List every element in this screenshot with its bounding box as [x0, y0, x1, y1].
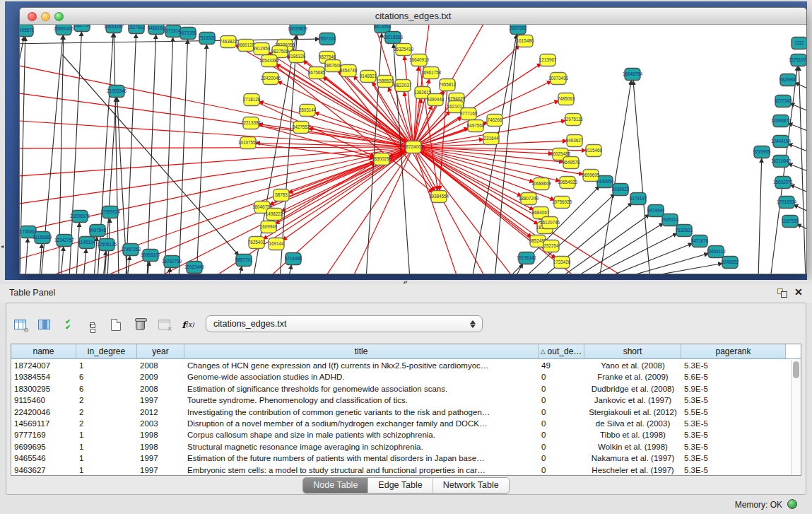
network-node[interactable]: 9329966: [779, 74, 797, 86]
table-row[interactable]: 1872400712008Changes of HCN gene express…: [11, 360, 791, 371]
network-node[interactable]: 11156869: [33, 232, 52, 244]
network-node[interactable]: 4671358: [180, 28, 197, 40]
network-window-titlebar[interactable]: citations_edges.txt: [20, 8, 806, 25]
network-node[interactable]: 9463627: [566, 135, 584, 147]
network-node[interactable]: 7625402: [248, 237, 266, 249]
column-header-out_de[interactable]: △out_de…: [539, 344, 584, 358]
network-node[interactable]: 7515526: [199, 33, 216, 45]
network-node[interactable]: 16782759: [162, 256, 182, 268]
network-node[interactable]: 746266: [487, 115, 502, 127]
table-mode-icon[interactable]: ⚙: [11, 316, 29, 333]
scrollbar-thumb[interactable]: [793, 361, 799, 378]
network-node[interactable]: 16325419: [394, 44, 414, 56]
table-row[interactable]: 977716911998Corpus callosum shape and si…: [11, 429, 791, 440]
float-panel-icon[interactable]: [777, 288, 788, 298]
network-node[interactable]: 2803144: [299, 105, 317, 117]
network-node[interactable]: 9474444: [647, 205, 665, 217]
network-node[interactable]: 19384554: [429, 191, 449, 203]
column-header-name[interactable]: name: [11, 344, 76, 358]
show-columns-icon[interactable]: [35, 316, 53, 333]
network-node[interactable]: 1213967: [539, 54, 557, 66]
network-node[interactable]: 9405571: [20, 25, 35, 37]
network-node[interactable]: 10107552: [238, 137, 259, 149]
network-node[interactable]: 18724007: [404, 141, 424, 153]
network-node[interactable]: 19136141: [517, 252, 537, 264]
network-node[interactable]: 8186328: [288, 51, 306, 63]
network-node[interactable]: 8938923: [612, 184, 630, 196]
network-node[interactable]: 9912954: [253, 43, 271, 55]
network-node[interactable]: 1167530: [782, 216, 799, 228]
network-node[interactable]: 252254: [543, 240, 559, 252]
network-node[interactable]: 16210643: [771, 156, 792, 168]
column-header-pagerank[interactable]: pagerank: [681, 344, 786, 358]
network-node[interactable]: 169144: [269, 238, 284, 250]
vertical-scrollbar[interactable]: [791, 360, 801, 475]
network-node[interactable]: 9097548: [89, 225, 107, 237]
network-node[interactable]: 9227343: [775, 95, 792, 107]
network-node[interactable]: 1733426: [553, 257, 571, 269]
network-node[interactable]: 2718126: [243, 94, 261, 106]
delete-column-icon[interactable]: [131, 316, 149, 333]
network-node[interactable]: 9390448: [427, 94, 445, 106]
memory-status-icon[interactable]: [787, 499, 797, 509]
network-node[interactable]: 1527602: [128, 25, 146, 34]
network-node[interactable]: 2687682: [510, 25, 527, 35]
network-node[interactable]: 19654923: [558, 177, 578, 189]
network-node[interactable]: 8427552: [293, 122, 310, 134]
network-node[interactable]: 1987714: [73, 25, 91, 32]
network-node[interactable]: 16961758: [421, 67, 442, 79]
network-node[interactable]: 10654112: [706, 246, 726, 258]
network-node[interactable]: 16120746: [540, 217, 560, 229]
network-window[interactable]: citations_edges.txt 18724007940557120691…: [19, 7, 807, 274]
network-node[interactable]: 9777169: [460, 108, 478, 120]
network-node[interactable]: 20206576: [70, 211, 90, 223]
column-header-in_degree[interactable]: in_degree: [76, 344, 137, 358]
network-node[interactable]: 9822037: [394, 80, 412, 92]
network-node[interactable]: 20691406: [54, 25, 74, 35]
network-node[interactable]: 6179197: [630, 193, 647, 205]
table-row[interactable]: 946362711997Embryonic stem cells: a mode…: [11, 465, 791, 475]
table-row[interactable]: 2242004622012Investigating the contribut…: [11, 407, 791, 418]
network-node[interactable]: 15751074: [789, 54, 806, 66]
network-node[interactable]: 12975115: [563, 114, 583, 126]
network-node[interactable]: 231644: [483, 133, 499, 145]
column-header-year[interactable]: year: [137, 344, 184, 358]
network-node[interactable]: 10973493: [548, 73, 569, 85]
table-row[interactable]: 969969511998Structural magnetic resonanc…: [11, 441, 791, 452]
network-node[interactable]: 12444154: [771, 136, 792, 148]
network-node[interactable]: 9115460: [585, 145, 603, 157]
network-node[interactable]: 7485063: [558, 93, 575, 105]
network-node[interactable]: 1498222: [266, 209, 283, 221]
network-node[interactable]: 1615480: [517, 35, 534, 47]
network-node[interactable]: 15692971: [773, 177, 794, 189]
network-node[interactable]: 1588520: [377, 76, 394, 88]
select-all-rows-icon[interactable]: ✔✔: [59, 316, 77, 333]
network-node[interactable]: 18300295: [372, 153, 392, 165]
network-node[interactable]: 9649578: [563, 157, 580, 169]
network-node[interactable]: 7955812: [439, 79, 457, 91]
network-node[interactable]: 10653287: [104, 25, 124, 33]
row-height-icon[interactable]: [83, 316, 101, 333]
tab-network-table[interactable]: Network Table: [433, 478, 509, 493]
network-node[interactable]: 17016504: [777, 197, 797, 209]
column-header-short[interactable]: short: [584, 344, 681, 358]
network-node[interactable]: 58783: [273, 189, 289, 201]
network-node[interactable]: 18807249: [519, 193, 539, 205]
network-node[interactable]: 1112: [792, 37, 806, 49]
network-node[interactable]: 3675685: [308, 67, 326, 79]
network-node[interactable]: 17359924: [100, 206, 121, 218]
network-node[interactable]: 7463822: [220, 36, 237, 48]
network-node[interactable]: 12923448: [184, 262, 205, 274]
table-row[interactable]: 1456911722003Disruption of a novel membe…: [11, 418, 791, 429]
column-header-title[interactable]: title: [184, 344, 539, 358]
function-builder-icon[interactable]: f(x): [179, 316, 197, 333]
table-row[interactable]: 946554611997Estimation of the future num…: [11, 452, 791, 464]
network-node[interactable]: 8454749: [340, 65, 358, 77]
tab-node-table[interactable]: Node Table: [303, 478, 368, 493]
network-node[interactable]: 16648784: [623, 69, 643, 81]
network-node[interactable]: 12093872: [771, 115, 792, 127]
network-graph[interactable]: 1872400794055712069140619877141065328715…: [20, 25, 806, 274]
network-node[interactable]: 12505135: [97, 239, 117, 251]
network-node[interactable]: 12213384: [241, 117, 261, 129]
network-node[interactable]: 1609949: [260, 221, 278, 233]
